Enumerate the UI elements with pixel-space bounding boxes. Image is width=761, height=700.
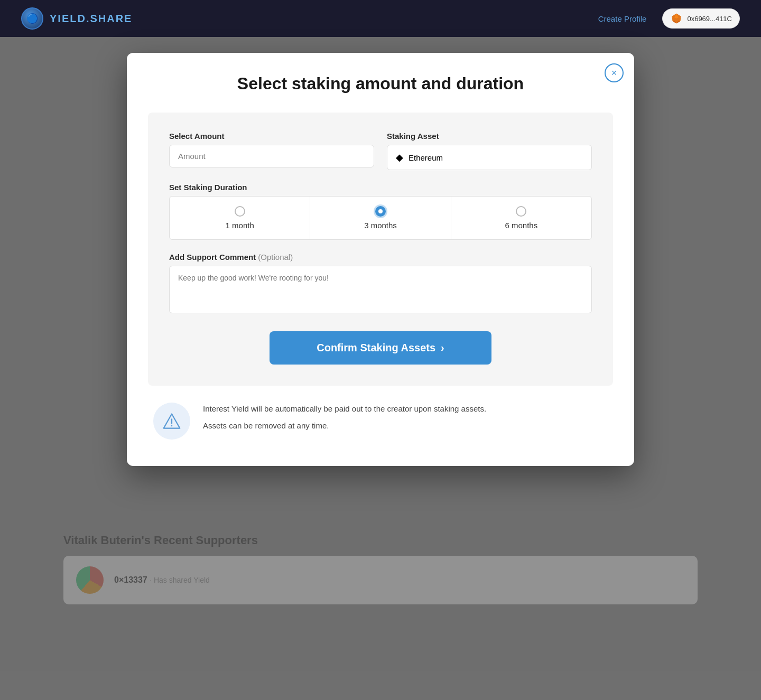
asset-label: Staking Asset: [387, 132, 592, 141]
confirm-staking-button[interactable]: Confirm Staking Assets ›: [270, 331, 491, 365]
wallet-address: 0x6969...411C: [687, 15, 732, 23]
confirm-button-label: Confirm Staking Assets: [317, 342, 435, 354]
warning-triangle-icon: [162, 412, 181, 431]
comment-section: Add Support Comment (Optional): [169, 253, 592, 315]
duration-label-3months: 3 months: [364, 221, 397, 230]
duration-label: Set Staking Duration: [169, 183, 592, 192]
info-line1: Interest Yield will be automatically be …: [203, 403, 486, 415]
info-line2: Assets can be removed at any time.: [203, 419, 486, 432]
amount-asset-row: Select Amount Staking Asset ◆ Ethereum: [169, 132, 592, 170]
amount-col: Select Amount: [169, 132, 374, 170]
info-text: Interest Yield will be automatically be …: [203, 403, 486, 432]
header-nav: Create Profile 0x6969...411C: [598, 8, 740, 29]
asset-col: Staking Asset ◆ Ethereum: [387, 132, 592, 170]
info-section: Interest Yield will be automatically be …: [148, 403, 613, 440]
duration-label-6months: 6 months: [505, 221, 537, 230]
duration-option-1month[interactable]: 1 month: [170, 197, 310, 239]
svg-point-6: [171, 425, 173, 427]
modal-title: Select staking amount and duration: [148, 74, 613, 94]
logo-text: YIELD.SHARE: [50, 13, 132, 25]
metamask-icon: [670, 12, 683, 25]
warning-icon-circle: [153, 403, 190, 440]
asset-value: Ethereum: [409, 153, 443, 162]
radio-3months: [375, 206, 386, 217]
duration-option-3months[interactable]: 3 months: [310, 197, 451, 239]
duration-options: 1 month 3 months 6 months: [169, 196, 592, 240]
optional-label: (Optional): [258, 253, 293, 262]
duration-label-1month: 1 month: [226, 221, 254, 230]
radio-6months: [516, 206, 526, 217]
chevron-right-icon: ›: [441, 342, 444, 354]
comment-textarea[interactable]: [169, 266, 592, 313]
duration-section: Set Staking Duration 1 month 3 months 6 …: [169, 183, 592, 240]
logo-area: 🔵 YIELD.SHARE: [21, 7, 132, 30]
wallet-badge[interactable]: 0x6969...411C: [662, 8, 740, 29]
modal-close-button[interactable]: ×: [605, 63, 624, 82]
radio-1month: [235, 206, 245, 217]
asset-select[interactable]: ◆ Ethereum: [387, 145, 592, 170]
form-card: Select Amount Staking Asset ◆ Ethereum S…: [148, 113, 613, 386]
staking-modal: × Select staking amount and duration Sel…: [127, 53, 634, 466]
duration-option-6months[interactable]: 6 months: [451, 197, 591, 239]
comment-label: Add Support Comment (Optional): [169, 253, 592, 262]
logo-icon: 🔵: [21, 7, 43, 30]
amount-label: Select Amount: [169, 132, 374, 141]
ethereum-icon: ◆: [396, 152, 403, 163]
create-profile-link[interactable]: Create Profile: [598, 14, 647, 23]
header: 🔵 YIELD.SHARE Create Profile 0x6969...41…: [0, 0, 761, 37]
amount-input[interactable]: [169, 145, 374, 167]
